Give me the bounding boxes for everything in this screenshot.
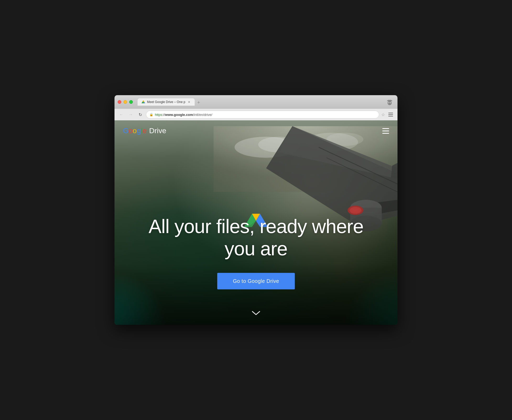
hero-section: Google Drive bbox=[115, 120, 397, 325]
minimize-button[interactable] bbox=[123, 100, 127, 104]
title-bar: Meet Google Drive – One p ✕ + bbox=[115, 95, 397, 109]
bookmark-button[interactable]: ☆ bbox=[381, 112, 385, 117]
back-button[interactable]: ← bbox=[118, 111, 125, 118]
chrome-menu-button[interactable] bbox=[387, 111, 394, 118]
google-logo-text: Google bbox=[123, 127, 146, 135]
traffic-lights bbox=[118, 100, 133, 104]
close-button[interactable] bbox=[118, 100, 121, 104]
site-logo: Google Drive bbox=[123, 127, 166, 135]
hamburger-menu-button[interactable] bbox=[382, 128, 389, 134]
url-https: https bbox=[155, 113, 162, 117]
svg-point-10 bbox=[389, 103, 390, 104]
drive-logo-text: Drive bbox=[149, 127, 166, 135]
nav-bar: ← → ↻ 🔒 https://www.google.com/intl/en/d… bbox=[115, 109, 397, 120]
cta-button[interactable]: Go to Google Drive bbox=[217, 273, 295, 289]
scroll-down-chevron[interactable] bbox=[252, 309, 260, 317]
svg-rect-4 bbox=[388, 100, 391, 101]
hero-title-line1: All your files, ready where bbox=[149, 216, 363, 237]
url-separator: :// bbox=[162, 113, 165, 117]
menu-line-2 bbox=[388, 114, 393, 115]
hero-content: All your files, ready where you are Go t… bbox=[143, 215, 369, 289]
incognito-icon bbox=[385, 97, 394, 107]
forward-button[interactable]: → bbox=[127, 111, 134, 118]
hero-title: All your files, ready where you are bbox=[143, 215, 369, 260]
menu-line-1 bbox=[388, 113, 393, 113]
browser-window: Meet Google Drive – One p ✕ + bbox=[115, 95, 397, 325]
svg-point-8 bbox=[389, 103, 389, 103]
url-display: https://www.google.com/intl/en/drive/ bbox=[155, 113, 376, 117]
tab-area: Meet Google Drive – One p ✕ + bbox=[138, 98, 382, 106]
url-domain: www.google.com bbox=[165, 113, 193, 117]
active-tab[interactable]: Meet Google Drive – One p ✕ bbox=[138, 98, 195, 106]
menu-line-3 bbox=[388, 116, 393, 116]
new-tab-button[interactable]: + bbox=[195, 99, 203, 106]
ssl-icon: 🔒 bbox=[149, 113, 153, 116]
tab-title: Meet Google Drive – One p bbox=[147, 100, 185, 104]
url-path: /intl/en/drive/ bbox=[193, 113, 212, 117]
svg-point-9 bbox=[390, 103, 391, 103]
tab-favicon-icon bbox=[141, 100, 145, 104]
tab-close-button[interactable]: ✕ bbox=[187, 100, 191, 104]
maximize-button[interactable] bbox=[129, 100, 133, 104]
address-bar[interactable]: 🔒 https://www.google.com/intl/en/drive/ bbox=[146, 111, 379, 119]
hero-title-line2: you are bbox=[225, 238, 287, 260]
reload-button[interactable]: ↻ bbox=[137, 111, 144, 118]
site-nav: Google Drive bbox=[115, 120, 397, 141]
svg-point-5 bbox=[388, 101, 392, 105]
